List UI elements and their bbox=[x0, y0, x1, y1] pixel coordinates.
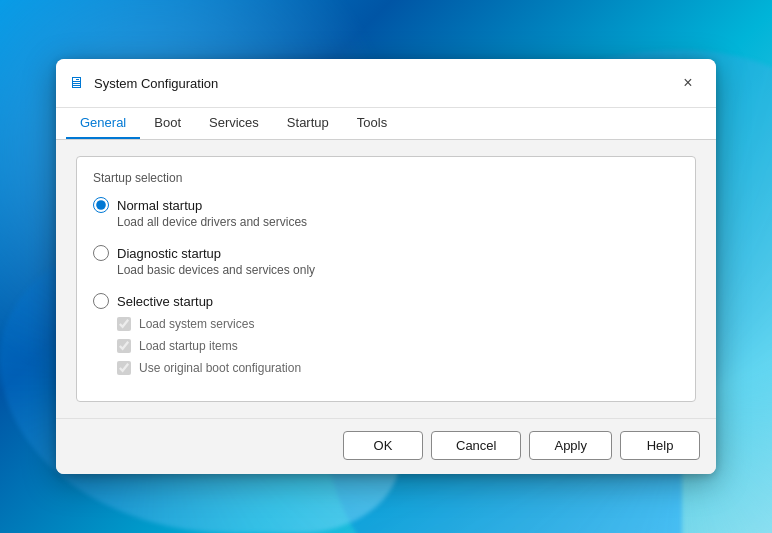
dialog-title: System Configuration bbox=[94, 76, 674, 91]
checkbox-use-original-boot[interactable] bbox=[117, 361, 131, 375]
checkbox-load-system[interactable] bbox=[117, 317, 131, 331]
radio-label-diagnostic[interactable]: Diagnostic startup bbox=[93, 245, 679, 261]
radio-normal-text: Normal startup bbox=[117, 198, 202, 213]
system-configuration-dialog: 🖥 System Configuration × General Boot Se… bbox=[56, 59, 716, 474]
radio-label-normal[interactable]: Normal startup bbox=[93, 197, 679, 213]
checkbox-load-startup-text: Load startup items bbox=[139, 339, 238, 353]
dialog-icon: 🖥 bbox=[66, 73, 86, 93]
radio-group: Normal startup Load all device drivers a… bbox=[93, 197, 679, 381]
apply-button[interactable]: Apply bbox=[529, 431, 612, 460]
tab-boot[interactable]: Boot bbox=[140, 108, 195, 139]
radio-normal[interactable] bbox=[93, 197, 109, 213]
tab-bar: General Boot Services Startup Tools bbox=[56, 108, 716, 140]
radio-diagnostic-text: Diagnostic startup bbox=[117, 246, 221, 261]
radio-item-selective: Selective startup Load system services L… bbox=[93, 293, 679, 375]
checkbox-load-startup[interactable] bbox=[117, 339, 131, 353]
dialog-overlay: 🖥 System Configuration × General Boot Se… bbox=[0, 0, 772, 533]
checkbox-load-system-text: Load system services bbox=[139, 317, 254, 331]
checkbox-label-load-startup[interactable]: Load startup items bbox=[117, 339, 679, 353]
help-button[interactable]: Help bbox=[620, 431, 700, 460]
close-button[interactable]: × bbox=[674, 69, 702, 97]
checkbox-label-load-system[interactable]: Load system services bbox=[117, 317, 679, 331]
tab-tools[interactable]: Tools bbox=[343, 108, 401, 139]
tab-startup[interactable]: Startup bbox=[273, 108, 343, 139]
radio-diagnostic[interactable] bbox=[93, 245, 109, 261]
radio-selective[interactable] bbox=[93, 293, 109, 309]
title-bar: 🖥 System Configuration × bbox=[56, 59, 716, 108]
radio-diagnostic-desc: Load basic devices and services only bbox=[117, 263, 679, 277]
radio-label-selective[interactable]: Selective startup bbox=[93, 293, 679, 309]
radio-item-diagnostic: Diagnostic startup Load basic devices an… bbox=[93, 245, 679, 287]
radio-selective-text: Selective startup bbox=[117, 294, 213, 309]
button-bar: OK Cancel Apply Help bbox=[56, 418, 716, 474]
tab-services[interactable]: Services bbox=[195, 108, 273, 139]
tab-general[interactable]: General bbox=[66, 108, 140, 139]
ok-button[interactable]: OK bbox=[343, 431, 423, 460]
startup-selection-section: Startup selection Normal startup Load al… bbox=[76, 156, 696, 402]
selective-checkboxes: Load system services Load startup items … bbox=[117, 317, 679, 375]
radio-normal-desc: Load all device drivers and services bbox=[117, 215, 679, 229]
checkbox-use-original-boot-text: Use original boot configuration bbox=[139, 361, 301, 375]
radio-item-normal: Normal startup Load all device drivers a… bbox=[93, 197, 679, 239]
checkbox-label-use-original-boot[interactable]: Use original boot configuration bbox=[117, 361, 679, 375]
cancel-button[interactable]: Cancel bbox=[431, 431, 521, 460]
content-area: Startup selection Normal startup Load al… bbox=[56, 140, 716, 418]
section-title: Startup selection bbox=[93, 171, 679, 185]
